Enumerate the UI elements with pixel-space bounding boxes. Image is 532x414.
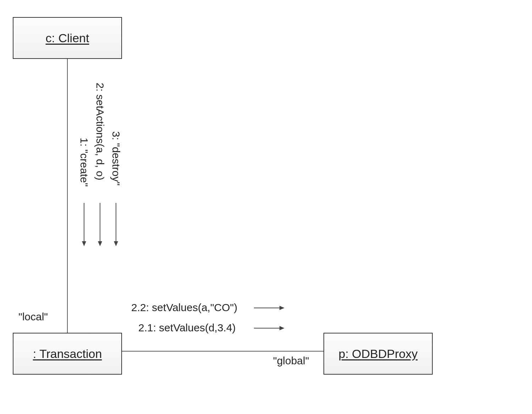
msg-label-21-setvalues-d34: 2.1: setValues(d,3.4) bbox=[138, 322, 236, 334]
msg-label-1-create: 1: "create" bbox=[78, 138, 90, 187]
node-transaction: : Transaction bbox=[13, 333, 122, 375]
node-client: c: Client bbox=[13, 17, 122, 59]
msg-label-22-setvalues-co: 2.2: setValues(a,"CO") bbox=[131, 302, 237, 314]
node-proxy: p: ODBDProxy bbox=[323, 333, 433, 375]
edge-label-global: "global" bbox=[273, 355, 309, 367]
node-proxy-label: p: ODBDProxy bbox=[339, 347, 418, 361]
diagram-canvas: c: Client : Transaction p: ODBDProxy "lo… bbox=[0, 0, 532, 414]
msg-label-3-destroy: 3: "destroy" bbox=[110, 131, 122, 186]
msg-label-2-setactions: 2: setActions(a, d, o) bbox=[94, 83, 106, 180]
node-transaction-label: : Transaction bbox=[33, 347, 102, 361]
edge-label-local: "local" bbox=[18, 311, 48, 323]
node-client-label: c: Client bbox=[46, 31, 89, 45]
